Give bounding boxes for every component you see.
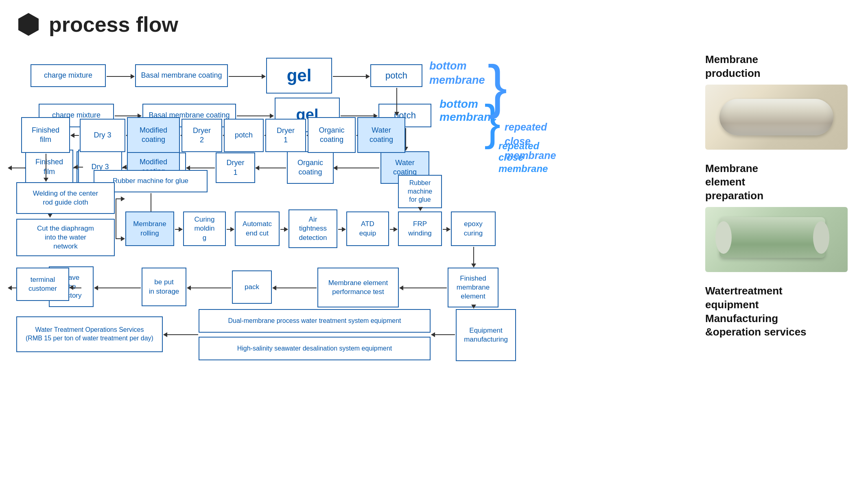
arr-rb-frp (420, 209, 421, 211)
organic-r: Organiccoating (308, 117, 356, 153)
dual-membrane-r: Dual-membrane process water treatment sy… (199, 309, 431, 333)
hex-icon (16, 12, 41, 37)
atd-r: ATDequip (346, 211, 389, 246)
brace: } (488, 57, 507, 116)
finished-mem-elem: Finishedmembraneelement (448, 268, 498, 307)
arrow-potch-down (396, 88, 397, 115)
arr-ep-fme (473, 247, 474, 267)
dry3-r: Dry 3 (80, 119, 125, 152)
membrane-element-title: Membraneelementpreparation (705, 162, 860, 203)
arr-w-mr (116, 198, 125, 199)
arr-ac-at (280, 229, 288, 230)
page-title: process flow (49, 12, 178, 37)
basal-mem: Basal membrane coating (135, 64, 228, 87)
membrane-production-image (705, 85, 848, 150)
water-treat-ops: Water Treatment Operations Services(RMB … (16, 316, 163, 352)
repeated-label: repeatedclosemembrane (505, 120, 556, 163)
dryer1-r: Dryer1 (265, 119, 306, 152)
membrane-production-section: Membraneproduction (705, 53, 860, 150)
gel-b: gel (266, 58, 332, 94)
dryer2-r: Dryer2 (181, 119, 222, 152)
arr-cm-ac (227, 229, 234, 230)
flow-diagram: charge mixture Basal membrane coating ge… (12, 41, 643, 407)
arr-mpt-pk (273, 288, 317, 288)
arr-atd-frp (390, 229, 397, 230)
mem-perf-test-r: Membrane elementperformance test (317, 268, 399, 307)
arrow-1 (107, 76, 134, 77)
welding-r: Welding of the centerrod guide cloth (16, 182, 115, 214)
terminal-cust-r: terminalcustomer (16, 268, 69, 301)
frp-r: FRPwinding (398, 211, 442, 246)
high-salinity-r: High-salinity seawater desalination syst… (199, 337, 431, 360)
arr-bps-lf (94, 288, 141, 288)
charge-mix: charge mixture (31, 64, 106, 87)
bottom-membrane-label2: bottommembrane (429, 59, 485, 87)
arr-frp-ep (443, 229, 450, 230)
membrane-element-image (705, 207, 848, 272)
arrow-2 (229, 76, 265, 77)
curing-molding-r: Curingmolding (183, 211, 226, 246)
epoxy-r: epoxycuring (451, 211, 496, 246)
title-area: process flow (0, 0, 868, 41)
membrane-element-section: Membraneelementpreparation (705, 162, 860, 272)
membrane-rolling-r: Membranerolling (125, 211, 174, 246)
watertreatment-section: WatertreatmentequipmentManufacturing&ope… (705, 284, 860, 339)
membrane-production-title: Membraneproduction (705, 53, 860, 81)
watertreatment-title: WatertreatmentequipmentManufacturing&ope… (705, 284, 860, 339)
arr-fme-mpt (400, 288, 447, 288)
arr-at-atd (338, 229, 345, 230)
arrow-3 (333, 76, 370, 77)
tube-visual (719, 99, 833, 135)
modified-r: Modifiedcoating (127, 117, 180, 153)
water-coating-r: Watercoating (357, 117, 405, 153)
pack-r: pack (232, 270, 272, 304)
arr-em-boxes (431, 334, 455, 335)
arr-ff-down (46, 154, 46, 181)
auto-cut-r: Automatcend cut (235, 211, 280, 246)
finished-film-r: Finishedfilm (21, 117, 70, 153)
air-tight-r: Airtightnessdetection (289, 209, 337, 248)
svg-marker-0 (18, 13, 39, 36)
arr-tc-head (69, 285, 73, 290)
right-panel: Membraneproduction Membraneelementprepar… (705, 45, 860, 472)
rubber-right-r: Rubbermachinefor glue (398, 175, 442, 208)
arr-dh-wto (164, 334, 198, 335)
equip-mfg-r: Equipmentmanufacturing (456, 309, 516, 361)
potch2-r: potch (224, 119, 264, 152)
cylinder-visual (719, 217, 833, 262)
arr-ff (71, 135, 79, 136)
cut-diaphragm-r: Cut the diaphragminto the waternetwork (16, 219, 115, 256)
potch-1: potch (370, 64, 422, 87)
be-put-r: be putin storage (142, 268, 186, 306)
arr-mr-cm (175, 229, 182, 230)
arr-cd-mr (116, 238, 125, 239)
arr-pk-bps (187, 288, 231, 288)
vert-conn (116, 198, 116, 239)
